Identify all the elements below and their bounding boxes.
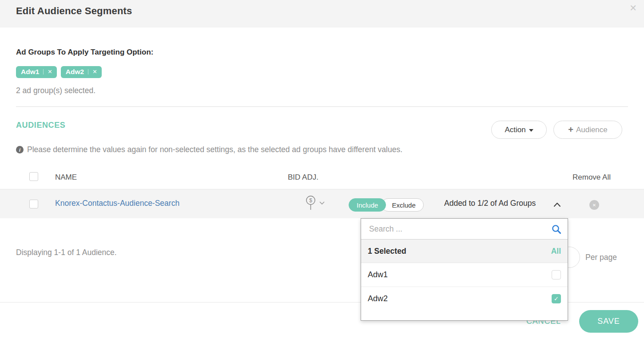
search-input[interactable] xyxy=(361,219,568,239)
audiences-heading: AUDIENCES xyxy=(16,121,65,130)
caret-down-icon xyxy=(529,129,533,132)
page-title: Edit Audience Segments xyxy=(16,5,132,17)
ad-groups-label: Ad Groups To Apply Targeting Option: xyxy=(16,48,153,57)
ad-group-chips: Adw1 ✕ Adw2 ✕ xyxy=(16,66,102,78)
add-audience-button-label: Audience xyxy=(576,126,608,134)
exclude-button[interactable]: Exclude xyxy=(382,198,423,212)
dropdown-selected-row: 1 Selected All xyxy=(361,240,568,263)
display-summary: Displaying 1-1 of 1 Audience. xyxy=(16,248,117,257)
chip-label: Adw1 xyxy=(21,68,39,76)
section-divider xyxy=(16,106,628,107)
audience-table-header: NAME BID ADJ. Remove All xyxy=(16,168,628,189)
chevron-down-icon xyxy=(319,199,325,208)
column-header-bid-adj: BID ADJ. xyxy=(288,173,318,182)
dropdown-option-adw1[interactable]: Adw1 ✓ xyxy=(361,263,568,287)
selected-count-text: 2 ad group(s) selected. xyxy=(16,86,95,95)
close-icon[interactable]: ✕ xyxy=(626,1,640,15)
info-text: Please determine the values again for no… xyxy=(27,145,402,154)
chip-remove-icon[interactable]: ✕ xyxy=(88,69,97,75)
row-checkbox[interactable] xyxy=(29,200,38,208)
select-all-link[interactable]: All xyxy=(551,247,561,256)
dropdown-option-adw2[interactable]: Adw2 ✓ xyxy=(361,287,568,310)
option-label: Adw1 xyxy=(368,270,388,279)
option-checkbox[interactable]: ✓ xyxy=(552,294,561,303)
bid-adj-dollar-icon: $ xyxy=(305,195,317,211)
chip-label: Adw2 xyxy=(66,68,84,76)
ad-groups-summary: Added to 1/2 of Ad Groups xyxy=(444,199,536,208)
selected-count: 1 Selected xyxy=(368,247,406,256)
remove-audience-icon[interactable]: ✕ xyxy=(589,200,599,210)
ad-group-chip-adw2: Adw2 ✕ xyxy=(61,66,102,78)
per-page-label: Per page xyxy=(585,253,617,262)
action-button-label: Action xyxy=(505,126,525,134)
chip-remove-icon[interactable]: ✕ xyxy=(43,69,52,75)
option-checkbox[interactable]: ✓ xyxy=(552,270,561,279)
search-icon[interactable] xyxy=(552,224,561,236)
option-label: Adw2 xyxy=(368,294,388,303)
select-all-checkbox[interactable] xyxy=(29,172,38,181)
include-exclude-toggle: Include Exclude xyxy=(349,198,424,212)
svg-text:$: $ xyxy=(309,197,312,204)
audience-name-link[interactable]: Knorex-Contactus-Audience-Search xyxy=(55,199,179,208)
dropdown-search xyxy=(361,219,568,240)
add-audience-button[interactable]: + Audience xyxy=(553,121,622,139)
table-row: Knorex-Contactus-Audience-Search $ Inclu… xyxy=(0,189,644,218)
include-button[interactable]: Include xyxy=(349,198,386,212)
ad-group-chip-adw1: Adw1 ✕ xyxy=(16,66,57,78)
chevron-up-icon[interactable] xyxy=(553,201,561,209)
save-button[interactable]: SAVE xyxy=(579,310,638,333)
action-button[interactable]: Action xyxy=(491,121,547,139)
modal-header: Edit Audience Segments ✕ xyxy=(0,0,644,28)
bid-adj-control[interactable]: $ xyxy=(305,195,325,211)
info-icon: i xyxy=(16,146,24,153)
edit-audience-segments-modal: Edit Audience Segments ✕ Ad Groups To Ap… xyxy=(0,0,644,338)
ad-group-dropdown: 1 Selected All Adw1 ✓ Adw2 ✓ xyxy=(361,218,568,321)
column-header-remove-all: Remove All xyxy=(572,173,611,182)
column-header-name: NAME xyxy=(55,173,77,182)
plus-icon: + xyxy=(568,125,573,134)
info-line: i Please determine the values again for … xyxy=(16,145,402,154)
